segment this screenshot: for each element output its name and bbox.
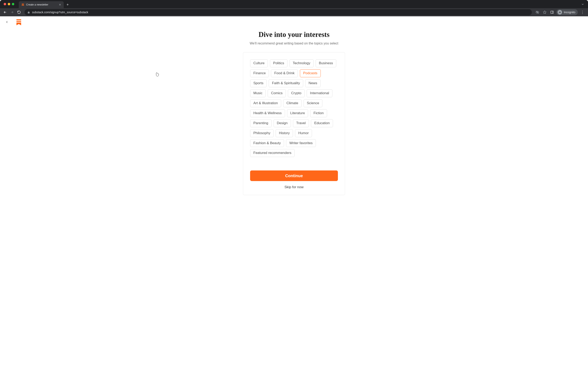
svg-point-8 <box>560 12 561 13</box>
svg-rect-9 <box>17 19 21 20</box>
topic-chip[interactable]: Parenting <box>250 119 272 127</box>
topic-chip[interactable]: Fashion & Beauty <box>250 139 284 147</box>
substack-logo-icon[interactable] <box>16 19 22 25</box>
tab-close-icon[interactable]: ✕ <box>59 3 61 6</box>
nav-forward-icon[interactable] <box>9 9 15 15</box>
main-content: Dive into your interests We'll recommend… <box>0 28 588 195</box>
topic-chip[interactable]: Finance <box>250 69 269 77</box>
browser-tab[interactable]: Create a newsletter ✕ <box>19 1 64 8</box>
topic-chip[interactable]: Crypto <box>288 89 305 97</box>
svg-rect-10 <box>17 21 21 22</box>
browser-chrome: Create a newsletter ✕ + substack.com/sig… <box>0 0 588 16</box>
topic-chip[interactable]: Humor <box>295 129 312 137</box>
topic-chip[interactable]: History <box>276 129 293 137</box>
eye-off-icon[interactable] <box>534 9 540 15</box>
profile-label: Incognito <box>564 11 575 14</box>
bookmark-star-icon[interactable] <box>542 9 548 15</box>
topic-chip[interactable]: Philosophy <box>250 129 274 137</box>
topic-chip[interactable]: Business <box>316 59 336 67</box>
continue-button[interactable]: Continue <box>250 170 338 181</box>
window-zoom-button[interactable] <box>12 3 14 5</box>
tabstrip-menu-icon[interactable] <box>581 2 588 6</box>
incognito-icon <box>558 10 562 15</box>
topic-chip[interactable]: Featured recommenders <box>250 149 295 157</box>
nav-back-icon[interactable] <box>2 9 8 15</box>
topic-chip[interactable]: Music <box>250 89 266 97</box>
interests-card: CulturePoliticsTechnologyBusinessFinance… <box>243 52 345 195</box>
topic-chip[interactable]: Podcasts <box>300 69 321 77</box>
svg-marker-4 <box>543 11 546 14</box>
skip-link[interactable]: Skip for now <box>250 185 338 189</box>
side-panel-icon[interactable] <box>549 9 555 15</box>
browser-toolbar: substack.com/signup?utm_source=substack … <box>0 8 588 16</box>
lock-icon <box>27 10 30 14</box>
back-chevron-icon[interactable] <box>4 19 10 25</box>
topic-chip[interactable]: Literature <box>287 109 308 117</box>
browser-menu-icon[interactable]: ⋮ <box>579 10 586 15</box>
url-text: substack.com/signup?utm_source=substack <box>32 11 88 14</box>
app-header <box>0 16 588 28</box>
topic-chip[interactable]: Politics <box>270 59 287 67</box>
topic-chip[interactable]: News <box>305 79 320 87</box>
topic-chip-list: CulturePoliticsTechnologyBusinessFinance… <box>250 59 338 157</box>
window-close-button[interactable] <box>4 3 6 5</box>
topic-chip[interactable]: Comics <box>268 89 286 97</box>
svg-rect-0 <box>22 4 24 4</box>
window-minimize-button[interactable] <box>8 3 10 5</box>
topic-chip[interactable]: Education <box>311 119 333 127</box>
svg-rect-1 <box>22 4 24 5</box>
topic-chip[interactable]: Culture <box>250 59 268 67</box>
window-controls <box>0 3 14 5</box>
page-subheading: We'll recommend great writing based on t… <box>250 42 338 45</box>
topic-chip[interactable]: Design <box>274 119 291 127</box>
page-viewport: Dive into your interests We'll recommend… <box>0 16 588 367</box>
page-heading: Dive into your interests <box>259 31 329 39</box>
new-tab-button[interactable]: + <box>64 1 72 8</box>
address-bar[interactable]: substack.com/signup?utm_source=substack <box>25 9 532 15</box>
topic-chip[interactable]: Science <box>303 99 322 107</box>
topic-chip[interactable]: Fiction <box>310 109 327 117</box>
topic-chip[interactable]: Faith & Spirituality <box>269 79 303 87</box>
topic-chip[interactable]: Technology <box>290 59 314 67</box>
svg-point-7 <box>559 12 560 13</box>
topic-chip[interactable]: International <box>307 89 332 97</box>
topic-chip[interactable]: Climate <box>283 99 302 107</box>
toolbar-right: Incognito ⋮ <box>534 9 586 15</box>
tab-favicon-icon <box>21 3 25 6</box>
topic-chip[interactable]: Health & Wellness <box>250 109 285 117</box>
tab-title: Create a newsletter <box>26 3 57 6</box>
topic-chip[interactable]: Art & Illustration <box>250 99 281 107</box>
topic-chip[interactable]: Travel <box>293 119 309 127</box>
profile-chip[interactable]: Incognito <box>556 9 578 15</box>
nav-reload-icon[interactable] <box>16 9 22 15</box>
tab-strip: Create a newsletter ✕ + <box>19 0 72 8</box>
svg-rect-5 <box>551 11 553 13</box>
titlebar: Create a newsletter ✕ + <box>0 0 588 8</box>
topic-chip[interactable]: Writer favorites <box>286 139 316 147</box>
topic-chip[interactable]: Food & Drink <box>271 69 298 77</box>
topic-chip[interactable]: Sports <box>250 79 267 87</box>
